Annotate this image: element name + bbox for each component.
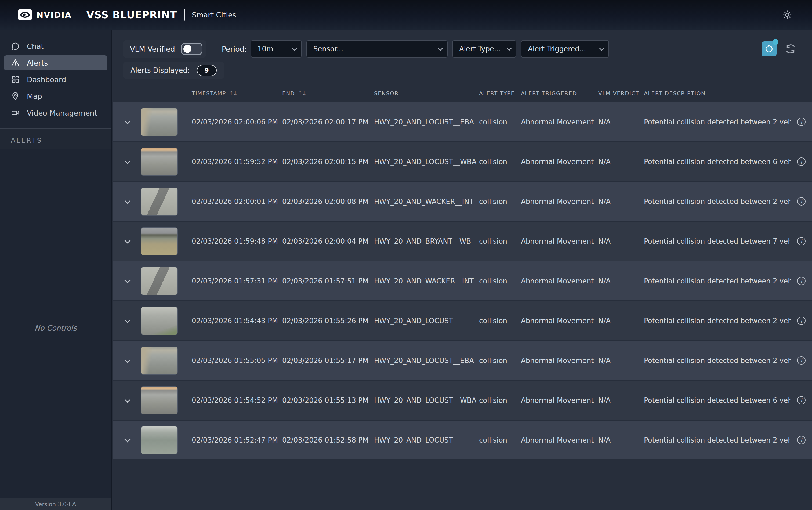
no-controls-message: No Controls: [0, 324, 111, 332]
summary-row: Alerts Displayed: 9: [113, 57, 812, 79]
expand-row-button[interactable]: [121, 438, 134, 442]
vlm-verdict-cell: N/A: [598, 436, 644, 444]
sidebar-item-chat[interactable]: Chat: [4, 39, 108, 54]
end-cell: 02/03/2026 01:55:17 PM: [282, 357, 374, 365]
chevron-down-icon: [125, 436, 131, 442]
alert-description-cell: Potential collision detected between 6 v…: [644, 158, 790, 166]
sidebar-item-label: Video Management: [27, 109, 97, 117]
period-value: 10m: [258, 45, 273, 53]
vlm-verdict-cell: N/A: [598, 118, 644, 126]
sidebar-item-video-management[interactable]: Video Management: [4, 105, 108, 120]
alert-thumbnail[interactable]: [141, 188, 178, 216]
alert-row[interactable]: 02/03/2026 02:00:01 PM 02/03/2026 02:00:…: [113, 181, 812, 221]
sensor-select[interactable]: Sensor...: [306, 40, 448, 58]
info-icon[interactable]: i: [797, 277, 806, 285]
expand-row-button[interactable]: [121, 319, 134, 323]
info-icon[interactable]: i: [797, 197, 806, 205]
expand-row-button[interactable]: [121, 239, 134, 244]
sensor-cell: HWY_20_AND_WACKER__INT: [374, 198, 479, 205]
alert-description-cell: Potential collision detected between 7 v…: [644, 237, 790, 245]
alert-type-cell: collision: [479, 198, 521, 205]
vlm-verified-toggle[interactable]: [181, 43, 203, 55]
alert-thumbnail[interactable]: [141, 108, 178, 136]
alert-triggered-cell: Abnormal Movement: [521, 158, 598, 166]
alert-row[interactable]: 02/03/2026 01:54:52 PM 02/03/2026 01:55:…: [113, 380, 812, 420]
end-cell: 02/03/2026 01:55:26 PM: [282, 317, 374, 325]
alert-triggered-cell: Abnormal Movement: [521, 317, 598, 325]
alert-row[interactable]: 02/03/2026 01:59:48 PM 02/03/2026 02:00:…: [113, 221, 812, 261]
alert-row[interactable]: 02/03/2026 02:00:06 PM 02/03/2026 02:00:…: [113, 102, 812, 141]
vlm-verified-control: VLM Verified: [123, 40, 206, 58]
alert-thumbnail[interactable]: [141, 307, 178, 335]
alert-thumbnail[interactable]: [141, 227, 178, 255]
alert-triggered-select[interactable]: Alert Triggered...: [521, 40, 609, 58]
video-camera-icon: [11, 108, 20, 117]
chevron-down-icon: [125, 118, 131, 124]
alert-thumbnail[interactable]: [141, 426, 178, 454]
column-header-timestamp[interactable]: TIMESTAMP ↑↓: [192, 90, 282, 97]
sensor-cell: HWY_20_AND_LOCUST: [374, 317, 479, 325]
timestamp-cell: 02/03/2026 01:59:52 PM: [192, 158, 282, 166]
info-icon[interactable]: i: [797, 118, 806, 126]
sidebar-item-label: Alerts: [27, 59, 48, 67]
expand-row-button[interactable]: [121, 160, 134, 164]
end-cell: 02/03/2026 02:00:08 PM: [282, 198, 374, 205]
chevron-down-icon: [125, 317, 131, 323]
alerts-table-body: 02/03/2026 02:00:06 PM 02/03/2026 02:00:…: [113, 102, 812, 459]
nvidia-brand: NVIDIA: [18, 9, 72, 20]
vlm-verified-label: VLM Verified: [130, 45, 175, 53]
chevron-down-icon: [506, 46, 512, 51]
warning-triangle-icon: [11, 58, 20, 67]
alerts-main: VLM Verified Period: 10m Sensor... Alert…: [113, 30, 812, 510]
alert-type-cell: collision: [479, 277, 521, 285]
info-icon[interactable]: i: [797, 237, 806, 245]
alert-thumbnail[interactable]: [141, 148, 178, 176]
vlm-verdict-cell: N/A: [598, 198, 644, 205]
info-icon[interactable]: i: [797, 356, 806, 365]
expand-row-button[interactable]: [121, 120, 134, 124]
alert-row[interactable]: 02/03/2026 01:55:05 PM 02/03/2026 01:55:…: [113, 340, 812, 380]
auto-refresh-button[interactable]: [761, 41, 777, 56]
timestamp-cell: 02/03/2026 01:59:48 PM: [192, 237, 282, 245]
expand-row-button[interactable]: [121, 359, 134, 363]
alert-description-cell: Potential collision detected between 6 v…: [644, 396, 790, 404]
alert-row[interactable]: 02/03/2026 01:59:52 PM 02/03/2026 02:00:…: [113, 141, 812, 181]
chevron-down-icon: [125, 277, 131, 283]
alert-type-select[interactable]: Alert Type...: [452, 40, 516, 58]
alert-thumbnail[interactable]: [141, 347, 178, 374]
info-icon[interactable]: i: [797, 158, 806, 166]
vlm-verdict-cell: N/A: [598, 237, 644, 245]
chevron-down-icon: [125, 357, 131, 363]
chevron-down-icon: [292, 46, 297, 51]
period-select[interactable]: 10m: [250, 40, 302, 58]
info-icon[interactable]: i: [797, 396, 806, 404]
end-cell: 02/03/2026 02:00:04 PM: [282, 237, 374, 245]
sidebar-item-map[interactable]: Map: [4, 89, 108, 104]
timestamp-cell: 02/03/2026 02:00:01 PM: [192, 198, 282, 205]
column-header-end[interactable]: END ↑↓: [282, 90, 374, 97]
alert-type-cell: collision: [479, 317, 521, 325]
expand-row-button[interactable]: [121, 199, 134, 204]
refresh-button[interactable]: [784, 42, 797, 55]
info-icon[interactable]: i: [797, 436, 806, 444]
alert-thumbnail[interactable]: [141, 387, 178, 414]
info-icon[interactable]: i: [797, 316, 806, 325]
alerts-count-badge: 9: [197, 65, 217, 76]
end-cell: 02/03/2026 01:55:13 PM: [282, 396, 374, 404]
alert-type-cell: collision: [479, 436, 521, 444]
end-cell: 02/03/2026 01:52:58 PM: [282, 436, 374, 444]
vlm-verdict-cell: N/A: [598, 158, 644, 166]
alert-row[interactable]: 02/03/2026 01:57:31 PM 02/03/2026 01:57:…: [113, 261, 812, 301]
expand-row-button[interactable]: [121, 398, 134, 402]
sidebar-item-dashboard[interactable]: Dashboard: [4, 72, 108, 87]
sidebar-controls-panel: No Controls: [0, 149, 111, 498]
app-title: VSS BLUEPRINT: [87, 9, 177, 21]
alert-thumbnail[interactable]: [141, 267, 178, 295]
sort-icon: ↑↓: [229, 90, 237, 97]
chevron-down-icon: [125, 158, 131, 164]
alert-row[interactable]: 02/03/2026 01:52:47 PM 02/03/2026 01:52:…: [113, 420, 812, 459]
expand-row-button[interactable]: [121, 279, 134, 283]
alert-row[interactable]: 02/03/2026 01:54:43 PM 02/03/2026 01:55:…: [113, 301, 812, 340]
theme-toggle-sun-icon[interactable]: [780, 7, 795, 22]
sidebar-item-alerts[interactable]: Alerts: [4, 55, 108, 70]
